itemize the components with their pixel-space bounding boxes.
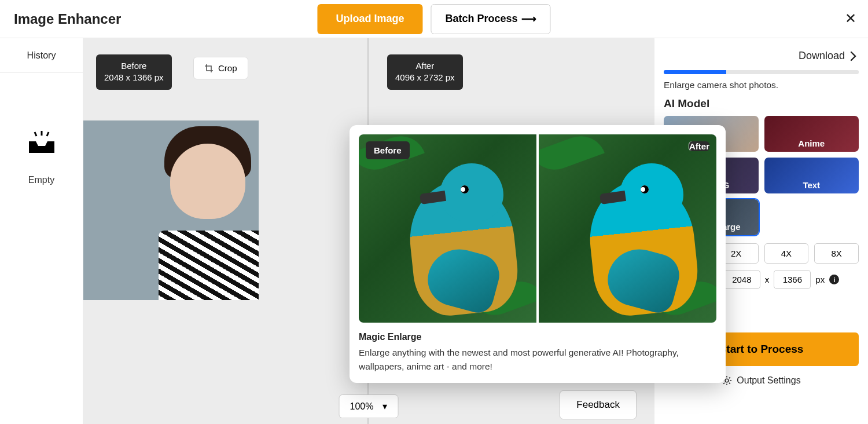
crop-button[interactable]: Crop [193, 57, 248, 79]
before-image-preview[interactable] [83, 120, 259, 300]
info-icon[interactable]: i [829, 275, 839, 284]
popover-description: Enlarge anything with the newest and mos… [359, 346, 716, 374]
svg-point-3 [725, 379, 729, 382]
dimension-separator: x [765, 275, 770, 284]
popover-title: Magic Enlarge [359, 332, 716, 342]
batch-process-label: Batch Process [445, 13, 517, 25]
upload-image-button[interactable]: Upload Image [317, 4, 422, 34]
zoom-select[interactable]: 100% ▾ [339, 394, 399, 418]
model-info-popover: Before After Magic Enlarge Enlarge anyth… [350, 125, 726, 383]
svg-line-0 [35, 132, 36, 136]
crop-icon [204, 64, 214, 73]
before-dimensions: 2048 x 1366 px [104, 72, 164, 83]
model-anime-label: Anime [798, 138, 825, 152]
progress-bar [664, 70, 859, 74]
output-settings-label: Output Settings [737, 375, 800, 386]
px-label: px [815, 275, 825, 284]
app-title: Image Enhancer [14, 11, 121, 27]
after-label: After 4096 x 2732 px [387, 54, 463, 90]
popover-before-badge: Before [366, 141, 410, 159]
sidebar-empty-label: Empty [28, 175, 54, 185]
popover-after-image: After [539, 134, 716, 323]
height-input[interactable] [774, 270, 811, 289]
ai-model-heading: AI Model [654, 96, 868, 116]
model-text[interactable]: Text [764, 158, 859, 193]
model-anime[interactable]: Anime [764, 116, 859, 152]
before-label: Before 2048 x 1366 px [96, 54, 172, 90]
download-label: Download [799, 50, 845, 62]
chevron-down-icon: ▾ [382, 401, 387, 412]
chevron-right-icon [849, 51, 858, 61]
crop-label: Crop [218, 63, 237, 73]
svg-line-2 [47, 132, 49, 136]
download-button[interactable]: Download [654, 38, 868, 68]
before-title: Before [104, 60, 164, 72]
after-title: After [395, 60, 455, 72]
arrow-right-icon: ⟶ [521, 13, 536, 25]
after-dimensions: 4096 x 2732 px [395, 72, 455, 83]
zoom-value: 100% [350, 401, 374, 412]
width-input[interactable] [723, 270, 760, 289]
section-description: Enlarge camera shot photos. [654, 80, 868, 96]
batch-process-button[interactable]: Batch Process ⟶ [431, 4, 550, 34]
history-tab[interactable]: History [0, 38, 83, 73]
empty-tray-icon [28, 131, 56, 154]
popover-after-badge: After [689, 141, 709, 151]
model-text-label: Text [803, 180, 820, 193]
feedback-button[interactable]: Feedback [560, 390, 637, 419]
close-icon[interactable]: ✕ [845, 10, 856, 27]
popover-before-image: Before [359, 134, 536, 323]
scale-4x[interactable]: 4X [764, 243, 809, 264]
before-pane: Before 2048 x 1366 px Crop [83, 38, 369, 424]
scale-8x[interactable]: 8X [814, 243, 859, 264]
